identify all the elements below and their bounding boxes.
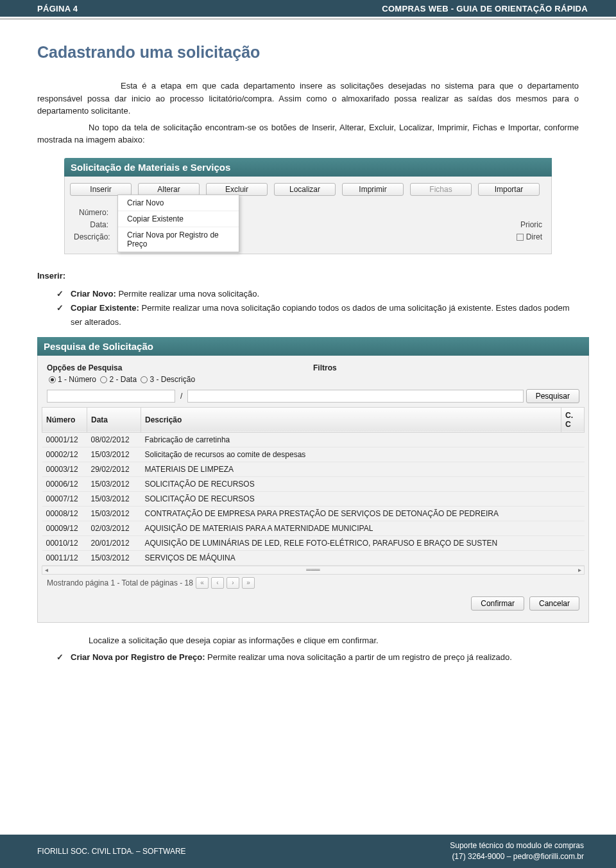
confirmar-button[interactable]: Confirmar [471,596,524,611]
col-numero[interactable]: Número [42,407,87,432]
label-data: Data: [74,220,112,229]
pager-next-icon[interactable]: › [227,577,239,589]
pager-last-icon[interactable]: » [242,577,255,589]
table-row[interactable]: 00006/1215/03/2012SOLICITAÇÃO DE RECURSO… [42,476,585,491]
col-cc[interactable]: C. C [561,407,585,432]
slash-separator: / [178,392,185,401]
dropdown-item-copiar[interactable]: Copiar Existente [118,211,239,227]
col-data[interactable]: Data [87,407,141,432]
label-diret: Diret [526,232,542,241]
page-number: PÁGINA 4 [37,4,78,13]
list-item: Criar Novo: Permite realizar uma nova so… [56,287,579,301]
tab-excluir[interactable]: Excluir [206,183,268,196]
pager-first-icon[interactable]: « [196,577,209,589]
pager-status: Mostrando página 1 - Total de páginas - … [47,578,193,587]
tab-importar[interactable]: Importar [478,183,540,196]
window-title: Solicitação de Materiais e Serviços [64,158,552,177]
table-row[interactable]: 00011/1215/03/2012SERVIÇOS DE MÁQUINA [42,550,585,565]
cancelar-button[interactable]: Cancelar [529,596,579,611]
radio-descricao[interactable] [141,376,148,383]
horizontal-scrollbar[interactable]: ◂═══▸ [42,566,585,575]
dropdown-item-registro[interactable]: Criar Nova por Registro de Preço [118,227,239,252]
bullet-list-2: Criar Nova por Registro de Preço: Permit… [37,650,579,664]
page-title: Cadastrando uma solicitação [37,43,579,62]
table-row[interactable]: 00003/1229/02/2012MATERIAIS DE LIMPEZA [42,462,585,476]
search-input-1[interactable] [47,390,175,403]
table-row[interactable]: 00002/1215/03/2012Solicitação de recurso… [42,447,585,462]
bullet-list-1: Criar Novo: Permite realizar uma nova so… [37,287,579,329]
inserir-dropdown: Criar Novo Copiar Existente Criar Nova p… [117,195,239,252]
para-localize: Localize a solicitação que deseja copiar… [37,634,579,647]
screenshot-solicitacao: Solicitação de Materiais e Serviços Inse… [64,158,552,254]
intro-para-1: Esta é a etapa em que cada departamento … [37,80,579,117]
page-footer: FIORILLI SOC. CIVIL LTDA. – SOFTWARE Sup… [0,835,616,868]
checkbox-diret[interactable] [517,234,524,241]
radio-data[interactable] [100,376,107,383]
intro-para-2: No topo da tela de solicitação encontram… [37,121,579,146]
label-prioric: Prioric [520,220,542,229]
col-descricao[interactable]: Descrição [141,407,561,432]
table-row[interactable]: 00009/1202/03/2012AQUISIÇÃO DE MATERIAIS… [42,521,585,535]
page-header: PÁGINA 4 COMPRAS WEB - GUIA DE ORIENTAÇÃ… [0,0,616,17]
footer-company: FIORILLI SOC. CIVIL LTDA. – SOFTWARE [37,847,186,856]
pesquisar-button[interactable]: Pesquisar [526,389,579,403]
search-input-2[interactable] [187,390,523,403]
window-title-2: Pesquisa de Solicitação [37,337,589,356]
table-row[interactable]: 00008/1215/03/2012CONTRATAÇÃO DE EMPRESA… [42,506,585,521]
tab-localizar[interactable]: Localizar [274,183,336,196]
table-row[interactable]: 00001/1208/02/2012Fabricação de carretin… [42,432,585,447]
doc-title: COMPRAS WEB - GUIA DE ORIENTAÇÃO RÁPIDA [382,4,588,13]
inserir-heading: Inserir: [37,271,579,281]
dropdown-item-criar-novo[interactable]: Criar Novo [118,195,239,211]
screenshot-pesquisa: Pesquisa de Solicitação Opções de Pesqui… [37,337,589,623]
label-numero: Número: [74,208,112,217]
results-table: Número Data Descrição C. C 00001/1208/02… [42,407,585,566]
opcoes-label: Opções de Pesquisa [47,363,313,372]
filtros-label: Filtros [313,363,579,372]
tab-imprimir[interactable]: Imprimir [342,183,404,196]
table-row[interactable]: 00010/1220/01/2012AQUISIÇÃO DE LUMINÁRIA… [42,535,585,550]
footer-contact: (17) 3264-9000 – pedro@fiorilli.com.br [450,851,584,862]
radio-numero[interactable] [49,376,56,383]
label-descricao: Descrição: [74,232,112,241]
table-row[interactable]: 00007/1215/03/2012SOLICITAÇÃO DE RECURSO… [42,491,585,506]
tab-fichas[interactable]: Fichas [410,183,472,196]
footer-support: Suporte técnico do modulo de compras [450,840,584,851]
pager-prev-icon[interactable]: ‹ [211,577,224,589]
scroll-right-icon[interactable]: ▸ [576,566,584,573]
list-item: Copiar Existente: Permite realizar uma n… [56,301,579,329]
tab-alterar[interactable]: Alterar [138,183,200,196]
list-item: Criar Nova por Registro de Preço: Permit… [56,650,579,664]
tab-inserir[interactable]: Inserir [70,183,132,196]
scroll-left-icon[interactable]: ◂ [42,566,51,573]
